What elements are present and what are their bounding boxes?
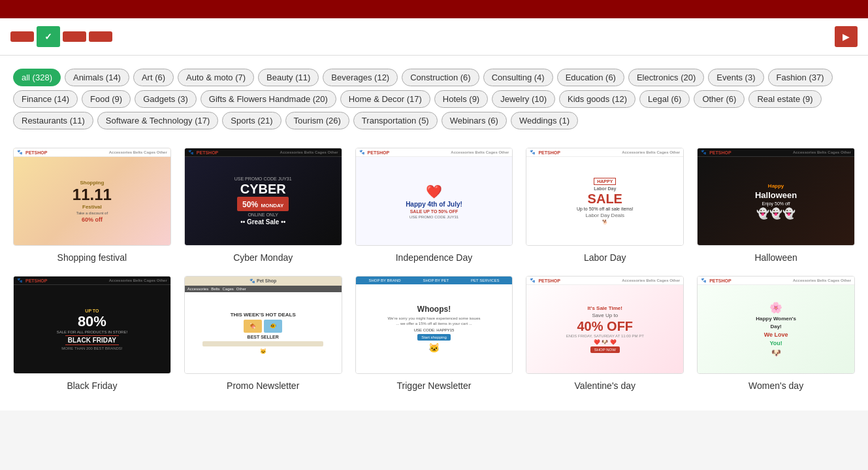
filter-chip-animals[interactable]: Animals (14): [65, 69, 129, 86]
filter-row: all (328)Animals (14)Art (6)Auto & moto …: [13, 69, 855, 129]
template-label-halloween: Halloween: [754, 252, 797, 263]
template-card-black-friday[interactable]: 🐾PETSHOP Accessories Belts Cages Other U…: [13, 276, 171, 391]
template-card-labor-day[interactable]: 🐾PETSHOP Accessories Belts Cages Other H…: [526, 148, 684, 263]
filter-chip-construction[interactable]: Construction (6): [402, 69, 479, 86]
template-grid: 🐾PETSHOP Accessories Belts Cages Other S…: [13, 135, 855, 404]
tab-bar: ✓ ▶: [0, 18, 868, 56]
filter-chip-gifts[interactable]: Gifts & Flowers Handmade (20): [201, 90, 336, 108]
page-header: [0, 0, 868, 18]
filter-chip-tourism[interactable]: Tourism (26): [285, 112, 349, 129]
template-thumb-trigger-newsletter: SHOP BY BRANDSHOP BY PETPET SERVICES Who…: [355, 276, 513, 374]
filter-chip-gadgets[interactable]: Gadgets (3): [135, 90, 197, 108]
template-label-promo-newsletter: Promo Newsletter: [227, 380, 299, 391]
template-card-valentines-day[interactable]: 🐾PETSHOP Accessories Belts Cages Other I…: [526, 276, 684, 391]
template-label-independence-day: Independence Day: [396, 252, 473, 263]
template-label-trigger-newsletter: Trigger Newsletter: [397, 380, 472, 391]
tab-basic[interactable]: [10, 31, 34, 42]
filter-chip-events[interactable]: Events (3): [708, 69, 764, 86]
template-label-labor-day: Labor Day: [584, 252, 626, 263]
filter-chip-jewelry[interactable]: Jewelry (10): [492, 90, 555, 108]
tab-user[interactable]: [89, 31, 112, 42]
template-label-black-friday: Black Friday: [67, 380, 117, 391]
tab-main[interactable]: [63, 31, 86, 42]
template-label-womens-day: Women's day: [748, 380, 803, 391]
filter-chip-restaurants[interactable]: Restaurants (11): [13, 112, 93, 129]
template-thumb-shopping-festival: 🐾PETSHOP Accessories Belts Cages Other S…: [13, 148, 171, 246]
filter-chip-beverages[interactable]: Beverages (12): [323, 69, 398, 86]
filter-chip-electronics[interactable]: Electronics (20): [628, 69, 704, 86]
filter-chip-finance[interactable]: Finance (14): [13, 90, 78, 108]
template-card-womens-day[interactable]: 🐾PETSHOP Accessories Belts Cages Other 🌸…: [697, 276, 855, 391]
filter-chip-beauty[interactable]: Beauty (11): [258, 69, 319, 86]
template-thumb-womens-day: 🐾PETSHOP Accessories Belts Cages Other 🌸…: [697, 276, 855, 374]
template-card-cyber-monday[interactable]: 🐾PETSHOP Accessories Belts Cages Other U…: [184, 148, 342, 263]
template-thumb-black-friday: 🐾PETSHOP Accessories Belts Cages Other U…: [13, 276, 171, 374]
template-thumb-cyber-monday: 🐾PETSHOP Accessories Belts Cages Other U…: [184, 148, 342, 246]
filter-chip-other[interactable]: Other (6): [694, 90, 745, 108]
filter-chip-webinars[interactable]: Webinars (6): [442, 112, 507, 129]
main-content: all (328)Animals (14)Art (6)Auto & moto …: [0, 56, 868, 411]
filter-chip-realestate[interactable]: Real estate (9): [748, 90, 821, 108]
template-thumb-halloween: 🐾PETSHOP Accessories Belts Cages Other H…: [697, 148, 855, 246]
filter-chip-all[interactable]: all (328): [13, 69, 61, 86]
template-label-shopping-festival: Shopping festival: [57, 252, 127, 263]
filter-chip-art[interactable]: Art (6): [133, 69, 174, 86]
filter-chip-home[interactable]: Home & Decor (17): [340, 90, 430, 108]
filter-chip-kids[interactable]: Kids goods (12): [559, 90, 635, 108]
template-card-halloween[interactable]: 🐾PETSHOP Accessories Belts Cages Other H…: [697, 148, 855, 263]
filter-chip-legal[interactable]: Legal (6): [639, 90, 690, 108]
filter-chip-fashion[interactable]: Fashion (37): [768, 69, 833, 86]
template-label-cyber-monday: Cyber Monday: [233, 252, 293, 263]
filter-chip-weddings[interactable]: Weddings (1): [511, 112, 578, 129]
filter-chip-hotels[interactable]: Hotels (9): [434, 90, 488, 108]
filter-chip-education[interactable]: Education (6): [557, 69, 624, 86]
template-card-promo-newsletter[interactable]: 🐾 Pet Shop AccessoriesBeltsCagesOther TH…: [184, 276, 342, 391]
template-card-independence-day[interactable]: 🐾PETSHOP Accessories Belts Cages Other ❤…: [355, 148, 513, 263]
template-thumb-valentines-day: 🐾PETSHOP Accessories Belts Cages Other I…: [526, 276, 684, 374]
template-card-trigger-newsletter[interactable]: SHOP BY BRANDSHOP BY PETPET SERVICES Who…: [355, 276, 513, 391]
filter-chip-sports[interactable]: Sports (21): [222, 112, 281, 129]
template-label-valentines-day: Valentine's day: [575, 380, 635, 391]
tab-icon-button[interactable]: ▶: [835, 26, 858, 47]
tab-check[interactable]: ✓: [37, 26, 60, 47]
template-thumb-promo-newsletter: 🐾 Pet Shop AccessoriesBeltsCagesOther TH…: [184, 276, 342, 374]
template-thumb-labor-day: 🐾PETSHOP Accessories Belts Cages Other H…: [526, 148, 684, 246]
filter-chip-software[interactable]: Software & Technology (17): [97, 112, 218, 129]
filter-chip-consulting[interactable]: Consulting (4): [483, 69, 553, 86]
filter-chip-food[interactable]: Food (9): [82, 90, 131, 108]
template-thumb-independence-day: 🐾PETSHOP Accessories Belts Cages Other ❤…: [355, 148, 513, 246]
filter-chip-transportation[interactable]: Transportation (5): [353, 112, 438, 129]
template-card-shopping-festival[interactable]: 🐾PETSHOP Accessories Belts Cages Other S…: [13, 148, 171, 263]
filter-chip-auto[interactable]: Auto & moto (7): [178, 69, 254, 86]
